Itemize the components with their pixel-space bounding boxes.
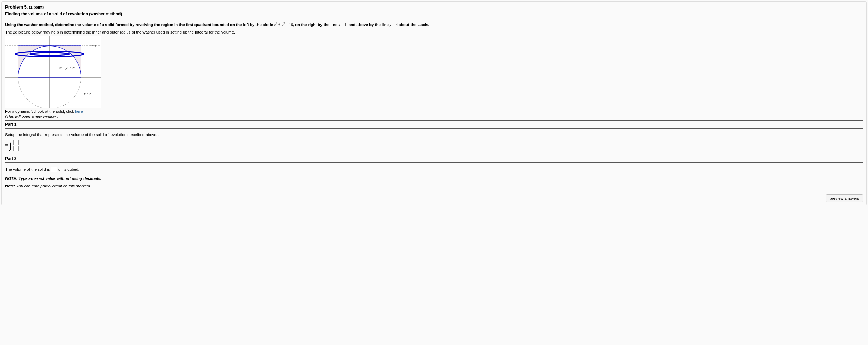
eq-y: y = 4 [390,23,398,27]
instr-mid2: , and above by the line [347,23,390,27]
vol-pre: The volume of the solid is [5,167,51,171]
integral-limits [13,140,19,151]
fig-label-circle: x² + y² = r² [59,66,75,70]
note-partial: Note: You can earn partial credit on thi… [5,184,863,188]
lower-limit-input[interactable] [13,146,19,151]
part-1-header: Part 1. [5,120,863,129]
equals-sign: = [5,143,8,148]
volume-input[interactable] [51,167,57,172]
figure-2d: y = r x² + y² = r² x = r [5,36,101,108]
problem-container: Problem 5. (1 point) Finding the volume … [1,1,867,205]
note-partial-text: You can earn partial credit on this prob… [15,184,91,188]
instr-mid1: , on the right by the line [293,23,339,27]
link-pre: For a dynamic 3d look at the solid, clic… [5,109,75,114]
problem-points: (1 point) [29,5,44,9]
fig-label-yr: y = r [89,43,96,47]
problem-title: Problem 5. [5,4,28,10]
part-2-header: Part 2. [5,155,863,163]
helper-text: The 2d picture below may help in determi… [5,30,863,34]
note-label: Note: [5,184,15,188]
note-exact: NOTE: Type an exact value without using … [5,176,863,181]
problem-subtitle: Finding the volume of a solid of revolut… [5,12,863,18]
instr-end-pre: about the [398,23,417,27]
fig-label-xr: x = r [84,92,91,96]
eq-circle: x2 + y2 = 16 [274,23,293,27]
title-row: Problem 5. (1 point) [5,4,863,10]
instr-end: -axis. [419,23,429,27]
link-note: (This will open a new window.) [5,114,863,118]
upper-limit-input[interactable] [13,140,19,145]
link-3d-row: For a dynamic 3d look at the solid, clic… [5,109,863,114]
instr-pre: Using the washer method, determine the v… [5,23,274,27]
instruction: Using the washer method, determine the v… [5,22,863,27]
preview-answers-button[interactable]: preview answers [826,194,863,202]
setup-text: Setup the integral that represents the v… [5,133,863,137]
integral-icon: ∫ [9,141,12,150]
vol-post: units cubed. [57,167,79,171]
button-row: preview answers [5,194,863,202]
link-here[interactable]: here [75,109,83,114]
integral-setup: = ∫ [5,140,863,151]
eq-x: x = 4 [338,23,346,27]
volume-row: The volume of the solid is units cubed. [5,167,863,172]
